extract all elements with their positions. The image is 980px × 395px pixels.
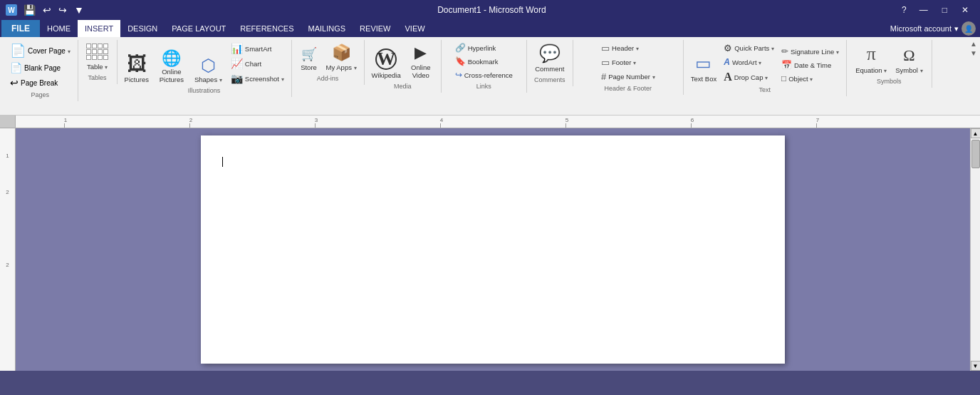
signature-line-button[interactable]: ✏ Signature Line ▾	[778, 45, 842, 58]
media-group-label: Media	[369, 81, 437, 91]
tables-group-label: Tables	[83, 73, 113, 83]
ribbon: 📄 Cover Page ▾ 📄 Blank Page ↩ Page Break…	[0, 37, 980, 116]
bookmark-button[interactable]: 🔖 Bookmark	[452, 55, 501, 68]
customize-quick-access-button[interactable]: ▼	[72, 3, 86, 17]
title-bar: W 💾 ↩ ↪ ▼ Document1 - Microsoft Word ? —…	[0, 0, 980, 20]
avatar: 👤	[961, 21, 976, 36]
menu-bar: FILE HOME INSERT DESIGN PAGE LAYOUT REFE…	[0, 20, 980, 37]
main-area: 1 2 2 ▲ ▼	[0, 128, 980, 371]
symbol-button[interactable]: Ω Symbol ▾	[892, 44, 925, 76]
ruler-area: 1 2 3 4 5 6 7	[0, 116, 980, 128]
ribbon-group-tables: Table ▾ Tables	[78, 40, 118, 84]
ribbon-group-comments: 💬 Comment Comments	[527, 40, 573, 86]
blank-page-button[interactable]: 📄 Blank Page	[7, 61, 63, 75]
vertical-ruler: 1 2 2	[0, 128, 16, 371]
minimize-button[interactable]: —	[914, 4, 934, 16]
word-app-icon: W	[6, 4, 17, 16]
online-video-button[interactable]: ▶ Online Video	[405, 41, 437, 81]
text-box-button[interactable]: ▭ Text Box	[688, 51, 719, 85]
wordart-button[interactable]: A WordArt ▾	[721, 56, 777, 68]
table-button[interactable]: Table ▾	[83, 41, 111, 73]
scroll-thumb[interactable]	[971, 140, 980, 168]
equation-button[interactable]: π Equation ▾	[853, 41, 890, 76]
links-group-label: Links	[446, 81, 522, 91]
text-cursor	[222, 157, 223, 167]
ruler-corner	[0, 116, 16, 128]
help-button[interactable]: ?	[897, 4, 911, 16]
header-footer-group-label: Header & Footer	[578, 83, 679, 93]
page-number-button[interactable]: # Page Number ▾	[598, 70, 658, 83]
tab-home[interactable]: HOME	[40, 20, 78, 37]
account-dropdown-arrow[interactable]: ▾	[954, 24, 959, 34]
ribbon-scroll-controls: ▲ ▼	[970, 40, 977, 57]
ribbon-scroll-down-button[interactable]: ▼	[970, 49, 977, 57]
scroll-track[interactable]	[971, 138, 980, 361]
horizontal-ruler: 1 2 3 4 5 6 7	[16, 116, 980, 128]
ribbon-group-text: ▭ Text Box ⚙ Quick Parts ▾ A WordArt ▾ A…	[684, 40, 847, 96]
save-button[interactable]: 💾	[21, 3, 38, 17]
ribbon-group-addins: 🛒 Store 📦 My Apps ▾ Add-ins	[292, 40, 365, 85]
window-controls: ? — □ ✕	[897, 4, 974, 16]
quick-parts-button[interactable]: ⚙ Quick Parts ▾	[721, 41, 777, 55]
ribbon-group-media: W Wikipedia ▶ Online Video Media	[365, 40, 442, 93]
document-area[interactable]	[16, 128, 970, 371]
tab-review[interactable]: REVIEW	[353, 20, 397, 37]
wikipedia-button[interactable]: W Wikipedia	[369, 46, 404, 81]
online-pictures-button[interactable]: 🌐 Online Pictures	[155, 48, 189, 86]
ribbon-group-links: 🔗 Hyperlink 🔖 Bookmark ↪ Cross-reference…	[442, 40, 527, 93]
chart-button[interactable]: 📈 Chart	[228, 56, 287, 71]
cover-page-button[interactable]: 📄 Cover Page ▾	[7, 41, 73, 60]
ribbon-group-symbols: π Equation ▾ Ω Symbol ▾ Symbols	[847, 40, 932, 88]
tab-page-layout[interactable]: PAGE LAYOUT	[165, 20, 233, 37]
ribbon-group-header-footer: ▭ Header ▾ ▭ Footer ▾ # Page Number ▾ He…	[573, 40, 684, 95]
object-button[interactable]: □ Object ▾	[778, 72, 842, 85]
illustrations-group-label: Illustrations	[122, 86, 287, 96]
scroll-down-button[interactable]: ▼	[971, 361, 981, 371]
drop-cap-button[interactable]: A Drop Cap ▾	[721, 69, 777, 85]
undo-button[interactable]: ↩	[41, 3, 53, 17]
comment-button[interactable]: 💬 Comment	[532, 41, 567, 75]
date-time-button[interactable]: 📅 Date & Time	[778, 58, 842, 71]
redo-button[interactable]: ↪	[56, 3, 69, 17]
store-button[interactable]: 🛒 Store	[296, 44, 322, 73]
smartart-button[interactable]: 📊 SmartArt	[228, 41, 287, 56]
symbols-group-label: Symbols	[851, 76, 927, 86]
screenshot-button[interactable]: 📷 Screenshot ▾	[228, 71, 287, 86]
addins-group-label: Add-ins	[296, 73, 360, 83]
footer-button[interactable]: ▭ Footer ▾	[598, 56, 639, 69]
tab-insert[interactable]: INSERT	[78, 20, 120, 37]
account-label[interactable]: Microsoft account	[890, 24, 952, 33]
ribbon-group-pages: 📄 Cover Page ▾ 📄 Blank Page ↩ Page Break…	[3, 40, 78, 101]
ribbon-group-illustrations: 🖼 Pictures 🌐 Online Pictures ⬡ Shapes ▾ …	[118, 40, 292, 97]
tab-view[interactable]: VIEW	[398, 20, 432, 37]
pictures-button[interactable]: 🖼 Pictures	[122, 52, 152, 86]
quick-access-toolbar: 💾 ↩ ↪ ▼	[21, 3, 86, 17]
ribbon-scroll-up-button[interactable]: ▲	[970, 40, 977, 48]
cross-reference-button[interactable]: ↪ Cross-reference	[452, 68, 516, 81]
title-bar-left: W 💾 ↩ ↪ ▼	[6, 3, 86, 17]
document-page[interactable]	[201, 135, 785, 364]
hyperlink-button[interactable]: 🔗 Hyperlink	[452, 41, 499, 54]
my-apps-button[interactable]: 📦 My Apps ▾	[323, 41, 360, 73]
pages-group-label: Pages	[7, 90, 73, 100]
header-button[interactable]: ▭ Header ▾	[598, 41, 642, 55]
tab-design[interactable]: DESIGN	[120, 20, 165, 37]
maximize-button[interactable]: □	[937, 4, 953, 16]
window-title: Document1 - Microsoft Word	[86, 5, 897, 15]
text-group-label: Text	[688, 85, 842, 95]
comments-group-label: Comments	[531, 75, 568, 85]
tab-mailings[interactable]: MAILINGS	[301, 20, 353, 37]
tab-file[interactable]: FILE	[1, 20, 40, 37]
page-break-button[interactable]: ↩ Page Break	[7, 76, 61, 90]
scroll-up-button[interactable]: ▲	[971, 128, 981, 138]
tab-references[interactable]: REFERENCES	[233, 20, 301, 37]
vertical-scrollbar: ▲ ▼	[970, 128, 980, 371]
account-area: Microsoft account ▾ 👤	[890, 21, 979, 36]
close-button[interactable]: ✕	[956, 4, 974, 16]
shapes-button[interactable]: ⬡ Shapes ▾	[192, 55, 225, 86]
